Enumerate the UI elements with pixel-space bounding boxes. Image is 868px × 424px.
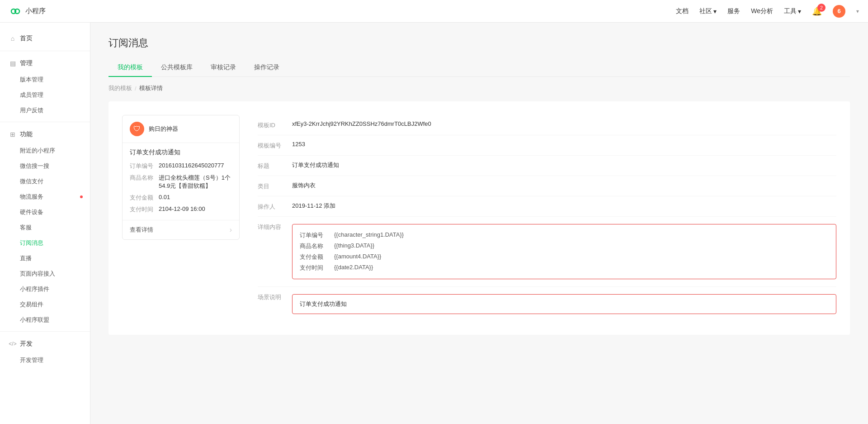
nav-community[interactable]: 社区 ▾ bbox=[699, 7, 717, 15]
sidebar-group-dev[interactable]: </> 开发 bbox=[0, 335, 90, 353]
sidebar-item-alliance[interactable]: 小程序联盟 bbox=[0, 312, 90, 328]
notification-bell[interactable]: 🔔 2 bbox=[812, 6, 822, 16]
page-title: 订阅消息 bbox=[108, 36, 850, 50]
detail-content-row-2: 支付金额 {{amount4.DATA}} bbox=[300, 252, 829, 262]
sidebar-divider-3 bbox=[0, 331, 90, 332]
sidebar-group-feature[interactable]: ⊞ 功能 bbox=[0, 126, 90, 143]
detail-content-field-label-2: 支付金额 bbox=[300, 253, 323, 261]
sidebar-item-trade-component[interactable]: 交易组件 bbox=[0, 297, 90, 312]
sidebar-item-live[interactable]: 直播 bbox=[0, 251, 90, 266]
info-label-number: 模板编号 bbox=[258, 141, 285, 150]
sidebar-divider bbox=[0, 51, 90, 51]
preview-field-label-3: 支付时间 bbox=[130, 205, 155, 214]
info-value-scene-box: 订单支付成功通知 bbox=[292, 292, 836, 316]
sidebar-item-wechat-pay[interactable]: 微信支付 bbox=[0, 174, 90, 189]
sidebar-item-page-content[interactable]: 页面内容接入 bbox=[0, 266, 90, 281]
sidebar-item-home[interactable]: ⌂ 首页 bbox=[0, 30, 90, 47]
detail-content-field-value-1: {{thing3.DATA}} bbox=[334, 242, 374, 250]
info-row-id: 模板ID xfEy3-2KrrJchj92YRKhZZ0SSHz76dmrT0c… bbox=[258, 115, 836, 135]
info-row-category: 类目 服饰内衣 bbox=[258, 176, 836, 196]
layout: ⌂ 首页 ▤ 管理 版本管理 成员管理 用户反馈 ⊞ 功能 bbox=[0, 23, 868, 424]
nav-tools[interactable]: 工具 ▾ bbox=[784, 7, 801, 15]
tab-public-templates[interactable]: 公共模板库 bbox=[152, 59, 202, 77]
sidebar-item-subscribe-msg[interactable]: 订阅消息 bbox=[0, 235, 90, 251]
sidebar-item-user-feedback[interactable]: 用户反馈 bbox=[0, 103, 90, 118]
sidebar-section-home: ⌂ 首页 bbox=[0, 30, 90, 47]
preview-field-label-1: 商品名称 bbox=[130, 174, 155, 190]
sidebar-section-feature: ⊞ 功能 附近的小程序 微信搜一搜 微信支付 物流服务 硬件设备 客服 订阅消息… bbox=[0, 126, 90, 328]
preview-msg-title: 订单支付成功通知 bbox=[123, 143, 239, 160]
info-value-scene: 订单支付成功通知 bbox=[300, 300, 347, 307]
preview-footer-link[interactable]: 查看详情 › bbox=[123, 220, 239, 239]
breadcrumb-separator: / bbox=[135, 85, 137, 92]
sidebar-item-version-manage[interactable]: 版本管理 bbox=[0, 72, 90, 87]
breadcrumb-current: 模板详情 bbox=[139, 84, 163, 92]
manage-sub-items: 版本管理 成员管理 用户反馈 bbox=[0, 72, 90, 118]
feature-icon: ⊞ bbox=[9, 131, 16, 138]
tab-operation-records[interactable]: 操作记录 bbox=[245, 59, 288, 77]
preview-card: 🛡 购日的神器 订单支付成功通知 订单编号 201610311626450207… bbox=[122, 115, 240, 321]
manage-icon: ▤ bbox=[9, 60, 16, 67]
info-value-category: 服饰内衣 bbox=[292, 181, 836, 190]
info-value-detail: 订单编号 {{character_string1.DATA}} 商品名称 {{t… bbox=[292, 222, 836, 281]
home-icon: ⌂ bbox=[9, 35, 16, 42]
preview-fields: 订单编号 20161031162645020777 商品名称 进口全枕头榴莲（S… bbox=[123, 160, 239, 220]
nav-right: 文档 社区 ▾ 服务 We分析 工具 ▾ 🔔 2 6 ▾ bbox=[676, 5, 859, 18]
tab-my-templates[interactable]: 我的模板 bbox=[108, 59, 152, 77]
info-label-title: 标题 bbox=[258, 161, 285, 170]
avatar[interactable]: 6 bbox=[833, 5, 845, 18]
preview-field-value-2: 0.01 bbox=[159, 194, 232, 202]
preview-field-label-0: 订单编号 bbox=[130, 162, 155, 170]
info-label-operator: 操作人 bbox=[258, 202, 285, 211]
preview-field-value-1: 进口全枕头榴莲（S号）1个54.9元【香甜软糯】 bbox=[159, 174, 232, 190]
preview-app-name: 购日的神器 bbox=[149, 125, 178, 133]
sidebar-item-wechat-search[interactable]: 微信搜一搜 bbox=[0, 158, 90, 174]
nav-brand-area: 小程序 bbox=[9, 5, 46, 18]
info-label-category: 类目 bbox=[258, 181, 285, 191]
detail-content-row-0: 订单编号 {{character_string1.DATA}} bbox=[300, 230, 829, 241]
sidebar-item-nearby[interactable]: 附近的小程序 bbox=[0, 143, 90, 158]
detail-content-row-1: 商品名称 {{thing3.DATA}} bbox=[300, 241, 829, 252]
sidebar-divider-2 bbox=[0, 122, 90, 122]
info-label-detail: 详细内容 bbox=[258, 222, 285, 231]
info-value-operator: 2019-11-12 添加 bbox=[292, 202, 836, 210]
detail-content-field-value-2: {{amount4.DATA}} bbox=[334, 253, 381, 261]
chevron-down-icon: ▾ bbox=[713, 8, 717, 15]
info-value-title: 订单支付成功通知 bbox=[292, 161, 836, 169]
breadcrumb-parent[interactable]: 我的模板 bbox=[108, 84, 132, 92]
chevron-down-icon[interactable]: ▾ bbox=[856, 8, 859, 14]
nav-docs[interactable]: 文档 bbox=[676, 7, 689, 15]
sidebar-item-dev-manage[interactable]: 开发管理 bbox=[0, 353, 90, 368]
detail-container: 🛡 购日的神器 订单支付成功通知 订单编号 201610311626450207… bbox=[108, 101, 850, 335]
info-label-scene: 场景说明 bbox=[258, 292, 285, 301]
detail-content-field-value-3: {{date2.DATA}} bbox=[334, 264, 373, 272]
tab-review-records[interactable]: 审核记录 bbox=[202, 59, 245, 77]
notification-badge: 2 bbox=[817, 4, 826, 12]
nav-we-analytics[interactable]: We分析 bbox=[751, 7, 773, 15]
sidebar-item-plugin[interactable]: 小程序插件 bbox=[0, 281, 90, 297]
preview-app-icon: 🛡 bbox=[130, 122, 144, 136]
main-content: 订阅消息 我的模板 公共模板库 审核记录 操作记录 我的模板 / 模板详情 🛡 bbox=[90, 23, 868, 424]
scene-content-box: 订单支付成功通知 bbox=[292, 294, 836, 314]
sidebar-item-hardware[interactable]: 硬件设备 bbox=[0, 205, 90, 220]
breadcrumb: 我的模板 / 模板详情 bbox=[108, 84, 850, 92]
feature-sub-items: 附近的小程序 微信搜一搜 微信支付 物流服务 硬件设备 客服 订阅消息 直播 页… bbox=[0, 143, 90, 328]
sidebar-section-dev: </> 开发 开发管理 bbox=[0, 335, 90, 368]
sidebar-group-manage[interactable]: ▤ 管理 bbox=[0, 55, 90, 72]
preview-field-3: 支付时间 2104-12-09 16:00 bbox=[130, 204, 232, 215]
sidebar-item-logistics[interactable]: 物流服务 bbox=[0, 189, 90, 205]
preview-field-1: 商品名称 进口全枕头榴莲（S号）1个54.9元【香甜软糯】 bbox=[130, 172, 232, 192]
brand-name: 小程序 bbox=[25, 7, 46, 15]
chevron-right-icon: › bbox=[230, 226, 232, 234]
preview-field-value-0: 20161031162645020777 bbox=[159, 162, 232, 170]
info-value-number: 1253 bbox=[292, 141, 836, 148]
info-row-operator: 操作人 2019-11-12 添加 bbox=[258, 196, 836, 217]
preview-field-0: 订单编号 20161031162645020777 bbox=[130, 160, 232, 172]
info-label-id: 模板ID bbox=[258, 120, 285, 129]
sidebar: ⌂ 首页 ▤ 管理 版本管理 成员管理 用户反馈 ⊞ 功能 bbox=[0, 23, 90, 424]
sidebar-item-member-manage[interactable]: 成员管理 bbox=[0, 87, 90, 103]
detail-content-field-label-3: 支付时间 bbox=[300, 264, 323, 272]
nav-service[interactable]: 服务 bbox=[727, 7, 740, 15]
sidebar-item-customer-service[interactable]: 客服 bbox=[0, 220, 90, 235]
info-row-scene: 场景说明 订单支付成功通知 bbox=[258, 287, 836, 321]
